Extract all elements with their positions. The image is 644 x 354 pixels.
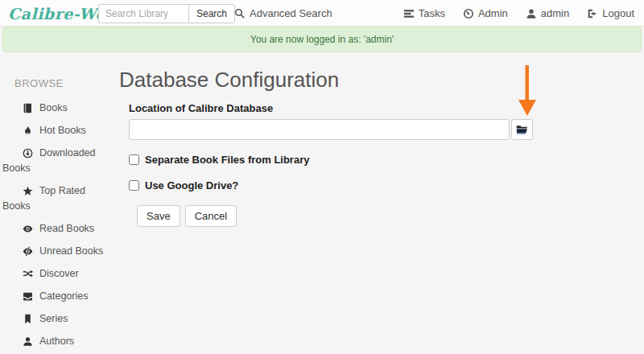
tasks-label: Tasks [419,7,445,19]
logout-label: Logout [602,7,634,19]
sidebar-item-downloaded-books[interactable]: Downloaded Books [2,142,114,180]
sidebar-item-label: Series [39,313,68,324]
calibre-web-app: Calibre-Web Search Advanced Search Tasks [0,0,644,354]
save-button[interactable]: Save [137,205,180,227]
separate-files-row: Separate Book Files from Library [129,154,570,166]
sidebar-item-label: Unread Books [39,245,103,257]
admin-label: Admin [478,7,508,19]
sidebar-item-label: Categories [39,290,88,302]
admin-link[interactable]: Admin [463,7,508,19]
advanced-search-link[interactable]: Advanced Search [234,0,332,27]
tasks-icon [403,8,415,19]
eye-icon [23,224,33,234]
sidebar-item-discover[interactable]: Discover [2,263,114,286]
sidebar-item-top-rated-books[interactable]: Top Rated Books [2,180,114,218]
form-actions: Save Cancel [137,205,570,227]
sidebar-item-label: Hot Books [39,125,86,136]
logout-link[interactable]: Logout [587,7,634,19]
bookmark-icon [23,314,33,324]
cancel-button[interactable]: Cancel [185,205,237,227]
main-content: Database Configuration Location of Calib… [119,68,570,227]
db-location-input[interactable] [129,119,510,140]
top-navbar: Calibre-Web Search Advanced Search Tasks [0,0,644,27]
separate-files-label: Separate Book Files from Library [145,154,309,166]
dashboard-icon [463,8,474,19]
sidebar-item-authors[interactable]: Authors [2,331,114,353]
library-search-group: Search [98,4,235,23]
page-title: Database Configuration [119,68,570,92]
google-drive-label: Use Google Drive? [145,179,238,191]
sidebar-item-hot-books[interactable]: Downloaded BooksHot Books [2,120,114,142]
shuffle-icon [23,269,33,279]
db-location-row [129,119,533,140]
user-menu[interactable]: admin [526,7,569,19]
tasks-link[interactable]: Tasks [403,7,445,19]
db-config-form: Location of Calibre Database Separate Bo… [129,102,570,227]
browse-sidebar: BROWSE Books Downloaded BooksHot Books D… [0,52,118,354]
browse-header: BROWSE [14,77,118,89]
username-label: admin [541,7,569,19]
separate-files-checkbox[interactable] [129,154,139,165]
sidebar-item-unread-books[interactable]: Unread Books [2,241,114,263]
download-icon [23,148,33,158]
fire-icon [23,126,33,136]
alert-message: You are now logged in as: 'admin' [250,34,394,45]
sidebar-item-books[interactable]: Books [2,97,114,120]
login-success-alert: You are now logged in as: 'admin' [2,27,642,52]
inbox-icon [23,291,33,302]
book-icon [23,103,33,113]
sidebar-item-label: Books [39,102,68,113]
sidebar-item-label: Downloaded Books [2,147,96,174]
google-drive-row: Use Google Drive? [129,179,570,191]
logout-icon [587,8,598,19]
sidebar-nav: Books Downloaded BooksHot Books Download… [0,97,114,354]
sidebar-item-label: Read Books [39,223,94,234]
advanced-search-label: Advanced Search [250,7,332,19]
star-icon [23,186,33,196]
user-icon [526,8,537,19]
eye-slash-icon [23,246,33,257]
folder-picker-button[interactable] [511,119,533,140]
db-location-label: Location of Calibre Database [129,102,570,114]
sidebar-item-series[interactable]: Series [2,308,114,331]
sidebar-item-label: Discover [39,268,79,279]
sidebar-item-read-books[interactable]: Read Books [2,218,114,241]
navbar-links: Tasks Admin admin Logout [403,0,634,27]
search-button[interactable]: Search [188,4,235,23]
folder-open-icon [516,124,528,135]
user-icon [23,336,33,347]
sidebar-item-label: Authors [39,335,74,347]
sidebar-item-categories[interactable]: Categories [2,286,114,308]
search-icon [234,8,246,19]
google-drive-checkbox[interactable] [129,180,139,191]
search-input[interactable] [98,4,188,23]
sidebar-item-label: Top Rated Books [2,185,85,212]
